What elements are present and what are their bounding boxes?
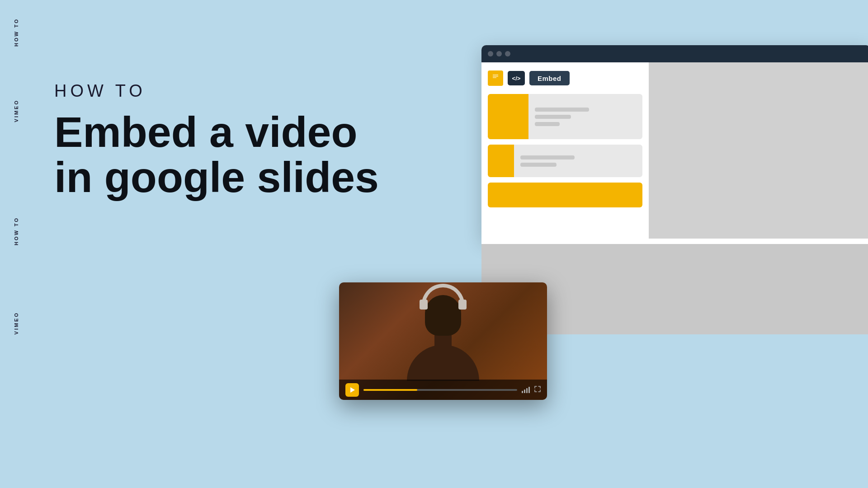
content-card-1	[488, 94, 642, 139]
vol-bar-4	[528, 387, 530, 393]
hero-content: HOW TO Embed a video in google slides	[54, 81, 379, 200]
browser-main-panel: </> Embed	[481, 62, 649, 239]
browser-dot-red	[488, 51, 493, 56]
toolbar: </> Embed	[488, 70, 642, 86]
browser-body: </> Embed	[481, 62, 868, 239]
code-embed-button[interactable]: </>	[508, 71, 525, 85]
hero-title: Embed a video in google slides	[54, 110, 379, 200]
card-thumbnail-2	[488, 145, 514, 177]
browser-window: </> Embed	[481, 45, 868, 239]
slides-icon	[488, 70, 503, 86]
svg-rect-2	[493, 76, 498, 77]
content-card-2	[488, 145, 642, 177]
hero-label: HOW TO	[54, 81, 379, 101]
svg-rect-3	[493, 77, 496, 78]
side-label-how-to-bottom: HOW TO	[14, 217, 19, 245]
play-button[interactable]	[345, 383, 359, 397]
volume-icon	[522, 387, 530, 393]
side-label-how-to-top: HOW TO	[14, 18, 19, 47]
fullscreen-icon[interactable]	[534, 386, 541, 394]
browser-bottom-strip	[481, 239, 868, 244]
side-label-vimeo-bottom: VIMEO	[14, 312, 19, 334]
card-thumbnail-1	[488, 94, 528, 139]
card-line	[535, 122, 560, 126]
video-player	[339, 282, 547, 400]
card-lines-1	[528, 102, 595, 131]
vol-bar-2	[524, 389, 525, 393]
browser-titlebar	[481, 45, 868, 62]
vol-bar-1	[522, 391, 523, 393]
card-line	[535, 108, 589, 112]
svg-rect-1	[493, 75, 498, 75]
side-label-vimeo-top: VIMEO	[14, 99, 19, 122]
embed-button[interactable]: Embed	[529, 71, 570, 85]
progress-fill	[363, 389, 417, 391]
video-controls	[339, 380, 547, 400]
card-line	[520, 163, 557, 167]
progress-bar[interactable]	[363, 389, 517, 391]
vol-bar-3	[526, 388, 528, 393]
card-thumbnail-3	[488, 183, 642, 207]
browser-dot-yellow	[496, 51, 502, 56]
content-card-3	[488, 183, 642, 207]
card-lines-2	[514, 150, 581, 172]
card-line	[520, 155, 575, 160]
browser-side-panel	[649, 62, 868, 239]
play-icon	[350, 387, 355, 393]
browser-dot-green	[505, 51, 510, 56]
card-line	[535, 115, 571, 119]
